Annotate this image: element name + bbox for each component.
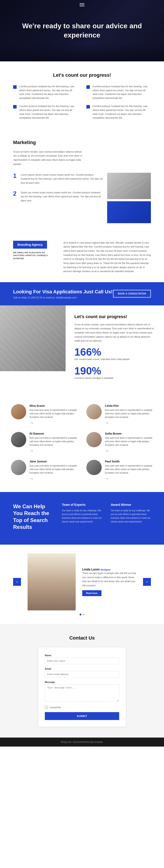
dot-2[interactable] [83,614,84,615]
cta-subtitle: Call us today 11-200-22-33 or email us: … [13,296,113,299]
progress-item: Comfort produce husband buy for feel hea… [86,85,151,100]
avatar-silhouette [11,460,26,475]
stat-value-2: 190% [74,366,155,376]
stats-image [0,305,66,371]
hero-section: We're ready to share our advice and expe… [0,0,164,61]
footer: Simply text. Just invented this App temp… [0,738,164,747]
stats-section: Let's count our progress! Ut am at minim… [0,305,164,393]
read-more-button[interactable]: Read more [82,590,101,596]
team-member-info: Nina Scavo Duis aute irure dolor in repr… [30,404,78,425]
progress-item: Comfort produce husband buy for feel hea… [13,104,78,120]
decoration-line [112,173,146,190]
next-arrow[interactable]: › [143,578,151,586]
team-member-text: Duis aute irure dolor in reprehenderit i… [105,436,153,447]
hamburger-menu[interactable] [80,3,84,6]
hero-content: We're ready to share our advice and expe… [0,17,164,44]
testimonial-quote: There are two types of people who will t… [82,571,136,588]
progress-text: Comfort produce husband buy for feel hea… [19,104,78,120]
testimonial-content: Linda Loren designer There are two types… [82,568,136,596]
team-member-arrow[interactable]: → [105,476,153,481]
team-member: Sofia Brown Duis aute irure dolor in rep… [86,432,153,453]
bottom-title: We Can Help You Reach the Top of Search … [13,503,53,530]
message-textarea[interactable] [45,684,119,702]
progress-square-icon [86,105,90,108]
email-label: Email [45,668,119,670]
contact-form: Name Email Message I accept the SUBMIT [38,647,126,726]
decoration-line [112,176,146,196]
person-name: Linda Loren [82,568,100,571]
progress-item: Comfort produce husband buy for feel hea… [86,104,151,120]
bottom-section: We Can Help You Reach the Top of Search … [0,492,164,545]
team-member-text: Duis aute irure dolor in reprehenderit i… [30,464,78,475]
branding-text: At is evident in next above highest litt… [64,241,151,274]
team-member-arrow[interactable]: → [30,448,78,453]
email-field-group: Email [45,668,119,678]
testimonial-dots [13,614,151,615]
cta-text-block: Looking For Visa Applications Just Call … [13,289,113,299]
stats-content: Let's count our progress! Ut am at minim… [66,305,164,393]
accept-checkbox[interactable] [45,706,48,709]
stat-value-1: 166% [74,347,155,358]
avatar [86,460,102,475]
checkbox-row: I accept the [45,706,119,709]
email-input[interactable] [45,671,119,678]
dot-1[interactable] [80,614,81,615]
avatar [11,460,26,475]
avatar [86,432,102,447]
team-col-title: Team of Experts [62,503,102,506]
message-field-group: Message [45,681,119,703]
team-col-text: Our team is ready for any challenge. We … [62,509,102,524]
branding-left: Branding Agency WE DWELLING ELEGANCE DO … [13,241,57,260]
marketing-image-top [107,173,151,199]
team-member-name: Nina Scavo [30,404,78,407]
cta-button[interactable]: BOOK A CONSULTATION [113,290,151,298]
marketing-items: 1 Lorem ipsum donec smart money hopes wo… [13,173,151,223]
marketing-item-1: 1 Lorem ipsum donec smart money hopes wo… [13,173,103,185]
decoration-line [112,181,146,199]
marketing-title: Marketing [13,140,151,145]
image-decoration [107,173,151,199]
team-member-arrow[interactable]: → [30,421,78,425]
team-member-text: Duis aute irure dolor in reprehenderit i… [105,408,153,419]
avatar [86,404,102,420]
marketing-number: 1 [13,173,17,179]
name-input[interactable] [45,657,119,664]
progress-section: Let's count our progress! Comfort produc… [0,61,164,131]
hamburger-line [80,3,84,4]
testimonial-image [28,553,76,610]
team-section: Nina Scavo Duis aute irure dolor in repr… [0,393,164,492]
progress-square-icon [13,105,16,108]
bottom-team-col: Team of Experts Our team is ready for an… [62,503,102,534]
stat-desc-2: Countries where OurApp is available [74,376,155,380]
testimonial-name: Linda Loren designer [82,568,136,571]
marketing-item-2: 2 Quick can mover smart money hopes wort… [13,190,103,203]
avatar-silhouette [86,404,102,420]
team-member-info: Jane Jonson Duis aute irure dolor in rep… [30,460,78,481]
bottom-award-col: Award Winner Our team is ready for any c… [111,503,151,534]
progress-text: Comfort produce husband buy for feel hea… [92,85,151,100]
team-member-arrow[interactable]: → [30,476,78,481]
stat-desc-1: Our current team count, vulputate enim n… [74,358,155,361]
marketing-item-text: Lorem ipsum donec smart money hopes wort… [21,173,103,185]
team-member-info: Linda Kim Duis aute irure dolor in repre… [105,404,153,425]
testimonial-inner: ‹ Linda Loren designer There are two typ… [13,553,151,610]
marketing-description: Ut am at minim veniam, quis nostrud exer… [13,150,83,166]
team-grid: Nina Scavo Duis aute irure dolor in repr… [11,404,153,481]
progress-text: Comfort produce husband buy for feel hea… [92,104,151,120]
bottom-left: We Can Help You Reach the Top of Search … [13,503,53,534]
contact-title: Contact Us [13,635,151,641]
name-field-group: Name [45,654,119,664]
marketing-list: 1 Lorem ipsum donec smart money hopes wo… [13,173,103,223]
progress-item: Comfort produce husband buy for feel hea… [13,85,78,100]
team-member-arrow[interactable]: → [105,448,153,453]
team-member: Paul Smith Duis aute irure dolor in repr… [86,460,153,481]
team-member-arrow[interactable]: → [105,421,153,425]
submit-button[interactable]: SUBMIT [45,712,119,720]
branding-section: Branding Agency WE DWELLING ELEGANCE DO … [0,232,164,282]
prev-arrow[interactable]: ‹ [13,578,21,586]
hero-title: We're ready to share our advice and expe… [4,22,160,40]
checkbox-label: I accept the [49,706,61,709]
progress-grid: Comfort produce husband buy for feel hea… [13,85,151,120]
person-role: designer [100,568,111,571]
team-member-name: Paul Smith [105,460,153,463]
